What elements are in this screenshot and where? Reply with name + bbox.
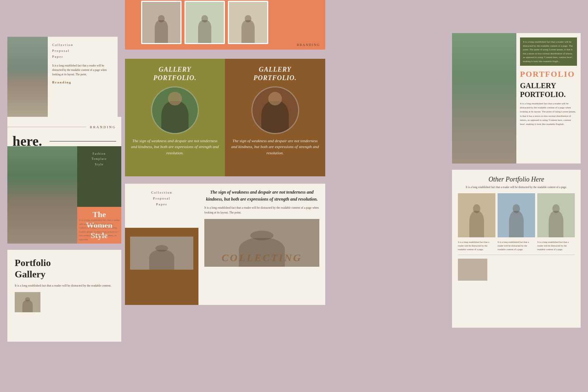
other-photo-3 bbox=[537, 193, 575, 237]
gallery-left-title: GALLERYPORTFOLIO. bbox=[131, 65, 219, 83]
portfolio-gallery-photo bbox=[15, 292, 40, 312]
photo-thumb-2 bbox=[184, 1, 225, 44]
gallery-right-panel: GALLERYPORTFOLIO. The sign of weakness a… bbox=[225, 59, 325, 176]
gallery-right-quote: The sign of weakness and despair are not… bbox=[231, 138, 319, 156]
collection-quote-area bbox=[125, 228, 198, 278]
other-photo-1 bbox=[458, 193, 495, 237]
photo-thumb-1 bbox=[141, 1, 182, 44]
collection-right-panel: The sign of weakness and despair are not… bbox=[198, 184, 325, 305]
branding-photo bbox=[7, 37, 48, 118]
branding-label-top: BRANDING bbox=[297, 43, 320, 47]
other-bottom-thumb bbox=[458, 259, 487, 281]
other-bottom-content bbox=[458, 259, 575, 281]
gallery-right-photo bbox=[252, 87, 298, 133]
photos-row bbox=[125, 0, 325, 48]
fashion-woman-figure bbox=[7, 146, 77, 244]
other-caption-2: It is a long established fact that a rea… bbox=[498, 240, 535, 251]
gallery-right-title: GALLERYPORTFOLIO. bbox=[231, 65, 319, 83]
portfolio-title-orange: PORTFOLIO bbox=[520, 69, 577, 79]
right-other-portfolio-card: Other Portfolio Here It is a long establ… bbox=[452, 170, 581, 328]
here-slide-card: here. bbox=[7, 136, 121, 146]
gallery-left-photo bbox=[152, 87, 198, 133]
other-photos-row bbox=[458, 193, 575, 237]
gallery-portfolio-main-title: GALLERY PORTFOLIO. bbox=[520, 81, 577, 99]
collection-card: Collection Proposal Paper The sign of we… bbox=[125, 184, 325, 305]
fashion-text-area: Fashion Template Style bbox=[77, 146, 121, 207]
gallery-center-card: GALLERYPORTFOLIO. The sign of weakness a… bbox=[125, 59, 325, 176]
branding-left-card: Collection Proposal Paper It is a long e… bbox=[7, 37, 118, 118]
other-divider bbox=[458, 255, 575, 255]
portfolio-gallery-thumb bbox=[15, 292, 40, 312]
other-portfolio-title: Other Portfolio Here bbox=[458, 176, 575, 183]
right-portfolio-olive-box: It is a long established fact that a rea… bbox=[520, 37, 577, 66]
other-portfolio-subtitle: It is a long established fact that a rea… bbox=[458, 186, 575, 189]
person-figure-1 bbox=[142, 2, 180, 43]
gallery-portfolio-body: It is a long established fact that a rea… bbox=[520, 102, 577, 126]
person-figure-3 bbox=[229, 2, 267, 43]
branding-divider-label: BRANDING bbox=[90, 125, 116, 129]
right-portfolio-woman bbox=[452, 33, 516, 163]
gallery-left-circle bbox=[151, 86, 199, 134]
right-portfolio-content: It is a long established fact that a rea… bbox=[516, 33, 581, 163]
branding-text-area: Collection Proposal Paper It is a long e… bbox=[48, 37, 118, 118]
other-person-3 bbox=[537, 193, 575, 237]
here-slide-title: here. bbox=[12, 136, 46, 146]
portfolio-gallery-title: Portfolio Gallery bbox=[15, 257, 114, 280]
collection-bottom-image: COLLECTING bbox=[204, 219, 319, 267]
collection-left-panel: Collection Proposal Paper bbox=[125, 184, 198, 305]
portfolio-gallery-body: It is a long established fact that a rea… bbox=[15, 284, 114, 288]
branding-bottom-label: Branding bbox=[52, 80, 113, 84]
fashion-bg-image bbox=[7, 146, 77, 244]
right-portfolio-olive-text: It is a long established fact that a rea… bbox=[523, 40, 574, 63]
branding-divider-card: BRANDING bbox=[7, 117, 121, 137]
branding-body-text: It is a long established fact that a rea… bbox=[52, 64, 113, 77]
right-portfolio-photo bbox=[452, 33, 516, 163]
gallery-left-panel: GALLERYPORTFOLIO. The sign of weakness a… bbox=[125, 59, 225, 176]
other-caption-3: It is a long established fact that a rea… bbox=[537, 240, 575, 251]
collection-person-photo bbox=[130, 237, 193, 270]
fashion-title: Fashion Template Style bbox=[81, 151, 118, 167]
branding-divider-line bbox=[7, 127, 86, 127]
other-person-1 bbox=[458, 193, 495, 237]
collection-image bbox=[130, 237, 193, 270]
gallery-right-circle bbox=[251, 86, 299, 134]
photo-thumb-3 bbox=[228, 1, 268, 44]
right-portfolio-card: It is a long established fact that a rea… bbox=[452, 33, 581, 163]
woman-hat-figure bbox=[7, 37, 48, 118]
fashion-lorem: It is a long established fact that a rea… bbox=[79, 218, 121, 241]
other-person-2 bbox=[498, 193, 535, 237]
gallery-left-quote: The sign of weakness and despair are not… bbox=[131, 138, 219, 156]
branding-collection-title: Collection Proposal Paper bbox=[52, 42, 113, 60]
other-captions-row: It is a long established fact that a rea… bbox=[458, 240, 575, 251]
collection-title: Collection Proposal Paper bbox=[131, 190, 193, 208]
here-underline bbox=[50, 141, 116, 141]
fashion-card: Fashion Template Style The Women Style I… bbox=[7, 146, 121, 244]
collection-body: It is a long established fact that a rea… bbox=[204, 206, 319, 215]
collecting-watermark: COLLECTING bbox=[204, 252, 319, 264]
other-photo-2 bbox=[498, 193, 535, 237]
top-orange-card: BRANDING bbox=[125, 0, 325, 50]
collection-main-quote: The sign of weakness and despair are not… bbox=[204, 189, 319, 203]
collection-left-top: Collection Proposal Paper bbox=[125, 184, 198, 228]
other-caption-1: It is a long established fact that a rea… bbox=[458, 240, 495, 251]
portfolio-gallery-card: Portfolio Gallery It is a long establish… bbox=[7, 250, 121, 342]
person-figure-2 bbox=[186, 2, 224, 43]
